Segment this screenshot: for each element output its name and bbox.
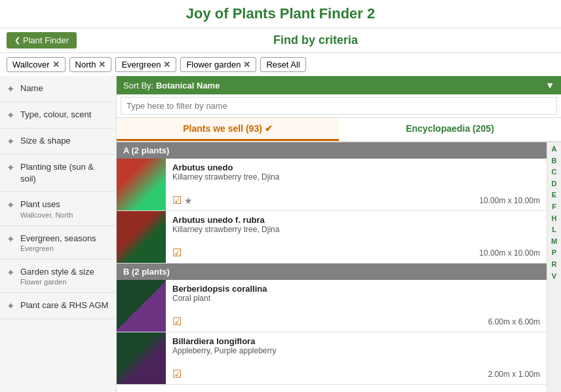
top-bar: Plant Finder Find by criteria (0, 28, 561, 52)
alpha-p[interactable]: P (552, 247, 556, 259)
plant-name-arbutus-rubra: Arbutus unedo f. rubra (172, 215, 540, 225)
tab-plants-we-sell[interactable]: Plants we sell (93) ✔ (117, 118, 339, 141)
plant-name-arbutus-unedo: Arbutus unedo (172, 163, 540, 172)
main-content: ✦ Name ✦ Type, colour, scent ✦ Size & sh… (0, 76, 561, 392)
sidebar-item-evergreen[interactable]: ✦ Evergreen, seasons Evergreen (0, 226, 116, 260)
filter-tag-evergreen[interactable]: Evergreen ✕ (115, 57, 176, 72)
alpha-v[interactable]: V (552, 271, 556, 283)
plant-common-berberidopsis: Coral plant (172, 294, 540, 303)
right-panel: Sort By: Botanical Name ▼ Plants we sell… (117, 76, 561, 392)
alpha-b[interactable]: B (552, 155, 557, 167)
sidebar-item-garden[interactable]: ✦ Garden style & size Flower garden (0, 260, 116, 293)
remove-north-icon[interactable]: ✕ (98, 60, 106, 69)
star-icon-arbutus-unedo: ★ (184, 195, 193, 206)
plant-icons-arbutus-rubra: ☑ (172, 246, 182, 259)
app-container: Joy of Plants Plant Finder 2 Plant Finde… (0, 0, 561, 392)
plant-row-arbutus-unedo[interactable]: Arbutus unedo Killarney strawberry tree,… (117, 159, 547, 211)
check-icon-arbutus-rubra: ☑ (172, 246, 182, 259)
gear-icon-name: ✦ (7, 83, 15, 95)
plant-common-arbutus-unedo: Killarney strawberry tree, Djina (172, 172, 540, 182)
sidebar-label-garden: Garden style & size (20, 266, 94, 278)
plant-info-billardiera: Billardiera longiflora Appleberry, Purpl… (166, 332, 547, 384)
plant-common-arbutus-rubra: Killarney strawberry tree, Djina (172, 225, 540, 234)
plant-info-arbutus-unedo: Arbutus unedo Killarney strawberry tree,… (166, 159, 547, 210)
filter-bar: Wallcover ✕ North ✕ Evergreen ✕ Flower g… (0, 52, 561, 76)
sidebar-item-planting[interactable]: ✦ Planting site (sun & soil) (0, 155, 116, 192)
gear-icon-planting: ✦ (7, 162, 15, 174)
alpha-m[interactable]: M (551, 236, 557, 248)
plant-name-berberidopsis: Berberidopsis corallina (172, 284, 540, 294)
name-filter-bar (117, 94, 561, 118)
check-icon-berberidopsis: ☑ (172, 315, 182, 328)
gear-icon-evergreen: ✦ (7, 233, 15, 245)
plant-common-billardiera: Appleberry, Purple appleberry (172, 346, 540, 355)
check-icon-arbutus-unedo: ☑ (172, 194, 182, 206)
plant-image-billardiera (117, 332, 166, 384)
sidebar-sub-evergreen: Evergreen (20, 245, 96, 252)
sidebar-label-evergreen: Evergreen, seasons (20, 233, 96, 245)
reset-all-button[interactable]: Reset All (260, 57, 305, 72)
alpha-c[interactable]: C (552, 167, 557, 178)
alphabet-bar: A B C D E F H L M P R V (547, 142, 561, 392)
sidebar-item-uses[interactable]: ✦ Plant uses Wallcover, North (0, 192, 116, 225)
app-title: Joy of Plants Plant Finder 2 (0, 0, 561, 28)
plant-footer-arbutus-rubra: ☑ 10.00m x 10.00m (172, 246, 540, 259)
gear-icon-garden: ✦ (7, 267, 15, 279)
section-header-b: B (2 plants) (117, 264, 547, 280)
plant-size-arbutus-unedo: 10.00m x 10.00m (479, 196, 540, 205)
alpha-e[interactable]: E (552, 189, 556, 201)
gear-icon-care: ✦ (7, 300, 15, 312)
plant-icons-arbutus-unedo: ☑ ★ (172, 194, 193, 206)
plant-image-arbutus-unedo (117, 159, 166, 210)
sort-by-value: Botanical Name (156, 81, 220, 90)
alpha-h[interactable]: H (552, 213, 557, 225)
alpha-r[interactable]: R (552, 259, 557, 271)
filter-tag-north[interactable]: North ✕ (69, 57, 112, 72)
sidebar-label-name: Name (20, 83, 43, 94)
sidebar-label-care: Plant care & RHS AGM (20, 300, 108, 311)
name-filter-input[interactable] (121, 97, 557, 115)
alpha-l[interactable]: L (552, 224, 556, 236)
sidebar-item-size[interactable]: ✦ Size & shape (0, 128, 116, 155)
plant-icons-berberidopsis: ☑ (172, 315, 182, 328)
tabs-row: Plants we sell (93) ✔ Encyclopaedia (205… (117, 118, 561, 142)
gear-icon-size: ✦ (7, 136, 15, 147)
plant-row-berberidopsis[interactable]: Berberidopsis corallina Coral plant ☑ 6.… (117, 280, 547, 332)
plant-footer-arbutus-unedo: ☑ ★ 10.00m x 10.00m (172, 194, 540, 206)
sidebar-sub-garden: Flower garden (20, 278, 94, 286)
gear-icon-uses: ✦ (7, 199, 15, 211)
sidebar-label-planting: Planting site (sun & soil) (20, 161, 109, 185)
back-button[interactable]: Plant Finder (7, 32, 77, 49)
check-icon-billardiera: ☑ (172, 368, 182, 380)
remove-evergreen-icon[interactable]: ✕ (163, 60, 170, 69)
sidebar-label-size: Size & shape (20, 135, 71, 147)
sidebar: ✦ Name ✦ Type, colour, scent ✦ Size & sh… (0, 76, 117, 392)
section-header-a: A (2 plants) (117, 142, 547, 159)
plant-size-arbutus-rubra: 10.00m x 10.00m (479, 248, 540, 258)
sidebar-item-name[interactable]: ✦ Name (0, 76, 116, 102)
plant-info-berberidopsis: Berberidopsis corallina Coral plant ☑ 6.… (166, 280, 547, 332)
alpha-d[interactable]: D (552, 178, 557, 190)
filter-tag-wallcover[interactable]: Wallcover ✕ (7, 57, 66, 72)
plant-image-berberidopsis (117, 280, 166, 332)
tab-encyclopaedia[interactable]: Encyclopaedia (205) (339, 118, 561, 141)
filter-tag-flower-garden[interactable]: Flower garden ✕ (180, 57, 256, 72)
find-by-title: Find by criteria (77, 33, 554, 47)
sidebar-item-type[interactable]: ✦ Type, colour, scent (0, 102, 116, 128)
remove-flower-garden-icon[interactable]: ✕ (243, 60, 250, 69)
alpha-a[interactable]: A (552, 144, 557, 155)
sort-dropdown-arrow[interactable]: ▼ (545, 80, 554, 90)
plant-size-billardiera: 2.00m x 1.00m (488, 370, 540, 379)
remove-wallcover-icon[interactable]: ✕ (52, 60, 60, 69)
plant-footer-berberidopsis: ☑ 6.00m x 6.00m (172, 315, 540, 328)
sidebar-label-type: Type, colour, scent (20, 109, 91, 121)
sort-bar[interactable]: Sort By: Botanical Name ▼ (117, 76, 561, 94)
plant-row-arbutus-rubra[interactable]: Arbutus unedo f. rubra Killarney strawbe… (117, 211, 547, 264)
alpha-f[interactable]: F (552, 201, 556, 213)
gear-icon-type: ✦ (7, 109, 15, 121)
plant-info-arbutus-rubra: Arbutus unedo f. rubra Killarney strawbe… (166, 211, 547, 263)
plant-footer-billardiera: ☑ 2.00m x 1.00m (172, 368, 540, 380)
sidebar-item-care[interactable]: ✦ Plant care & RHS AGM (0, 293, 116, 319)
plant-row-billardiera[interactable]: Billardiera longiflora Appleberry, Purpl… (117, 332, 547, 385)
plant-image-arbutus-rubra (117, 211, 166, 263)
